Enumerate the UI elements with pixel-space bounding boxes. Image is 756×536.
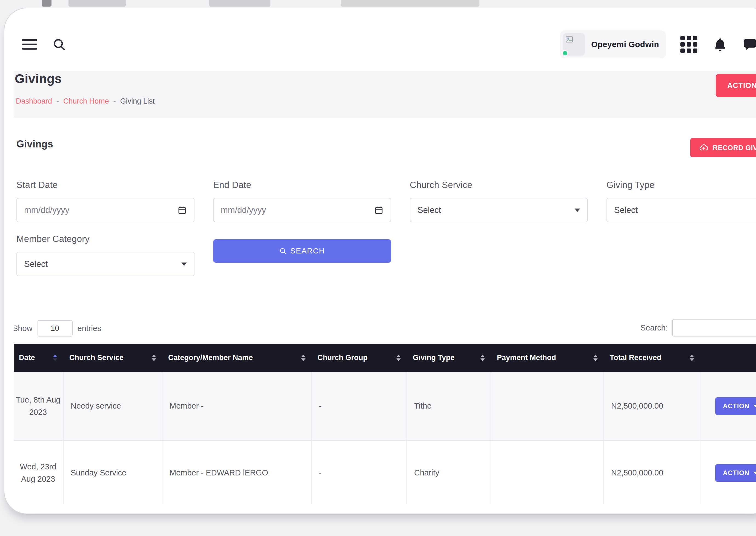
church-service-label: Church Service	[410, 180, 588, 190]
table-search-label: Search:	[641, 323, 668, 332]
column-header-giving-type[interactable]: Giving Type	[407, 344, 491, 372]
cell-total-received: N2,500,000.00	[604, 440, 700, 504]
start-date-input[interactable]: mm/dd/yyyy	[16, 198, 195, 222]
chat-icon[interactable]	[743, 37, 756, 51]
cell-church-service: Needy service	[63, 372, 162, 440]
row-action-button[interactable]: ACTION	[715, 464, 756, 482]
breadcrumb-current: Giving List	[120, 97, 155, 106]
filter-search-cell: SEARCH	[213, 234, 391, 276]
calendar-icon	[374, 206, 384, 215]
cell-giving-type: Charity	[407, 440, 491, 504]
giving-type-select[interactable]: Select	[607, 198, 756, 222]
givings-card: Givings RECORD GIVING Start Date mm/dd/y…	[14, 118, 756, 504]
filters: Start Date mm/dd/yyyy End Date mm/dd/yyy…	[16, 180, 756, 276]
cell-date: Wed, 23rd Aug 2023	[14, 440, 63, 504]
user-menu[interactable]: Opeyemi Godwin	[560, 30, 666, 58]
column-header-payment-method[interactable]: Payment Method	[491, 344, 604, 372]
user-name: Opeyemi Godwin	[591, 40, 659, 49]
browser-artifact	[209, 0, 270, 7]
avatar	[563, 33, 585, 56]
sort-asc-icon	[53, 354, 57, 361]
card-title: Givings	[16, 138, 53, 150]
top-navbar: Opeyemi Godwin	[14, 17, 756, 71]
search-button[interactable]: SEARCH	[213, 239, 391, 263]
entries-label: entries	[78, 324, 101, 333]
table-header-row: Date Church Service Category/Member Name	[14, 344, 756, 372]
member-category-select[interactable]: Select	[16, 252, 195, 276]
show-entries: Show entries	[14, 320, 101, 337]
cell-actions: ACTION	[700, 440, 756, 504]
table-controls: Show entries Search:	[14, 319, 756, 337]
breadcrumb-separator: -	[56, 97, 59, 106]
filter-member-category: Member Category Select	[16, 234, 195, 276]
givings-table-wrap: Date Church Service Category/Member Name	[14, 344, 756, 504]
entries-count-input[interactable]	[38, 320, 73, 337]
start-date-label: Start Date	[16, 180, 195, 190]
sort-icon	[593, 354, 598, 361]
show-label: Show	[14, 324, 33, 333]
breadcrumb-church-home[interactable]: Church Home	[63, 97, 109, 106]
giving-type-label: Giving Type	[607, 180, 756, 190]
page-header: Givings Dashboard - Church Home - Giving…	[14, 71, 756, 118]
cloud-upload-icon	[699, 143, 709, 152]
filter-end-date: End Date mm/dd/yyyy	[213, 180, 391, 222]
filter-start-date: Start Date mm/dd/yyyy	[16, 180, 195, 222]
cell-payment-method	[491, 372, 604, 440]
notifications-bell-icon[interactable]	[713, 37, 728, 52]
column-header-church-group[interactable]: Church Group	[311, 344, 407, 372]
sort-icon	[152, 354, 156, 361]
device-frame: Opeyemi Godwin	[4, 8, 756, 514]
cell-total-received: N2,500,000.00	[604, 372, 700, 440]
chevron-down-icon	[181, 262, 187, 266]
menu-toggle-button[interactable]	[22, 39, 37, 50]
calendar-icon	[177, 206, 187, 215]
filter-giving-type: Giving Type Select	[607, 180, 756, 222]
browser-artifact	[42, 0, 51, 7]
column-header-church-service[interactable]: Church Service	[63, 344, 162, 372]
cell-church-group: -	[311, 372, 407, 440]
cell-giving-type: Tithe	[407, 372, 491, 440]
navbar-right-group: Opeyemi Godwin	[560, 30, 756, 58]
sort-icon	[301, 354, 305, 361]
record-giving-button[interactable]: RECORD GIVING	[690, 138, 756, 157]
cell-church-service: Sunday Service	[63, 440, 162, 504]
column-header-total-received[interactable]: Total Received	[604, 344, 700, 372]
member-category-label: Member Category	[16, 234, 195, 244]
chevron-down-icon	[753, 472, 756, 474]
table-row: Wed, 23rd Aug 2023 Sunday Service Member…	[14, 440, 756, 504]
cell-payment-method	[491, 440, 604, 504]
givings-table: Date Church Service Category/Member Name	[14, 344, 756, 504]
breadcrumb-dashboard[interactable]: Dashboard	[16, 97, 52, 106]
apps-grid-icon[interactable]	[680, 36, 697, 53]
cell-church-group: -	[311, 440, 407, 504]
filter-church-service: Church Service Select	[410, 180, 588, 222]
cell-date: Tue, 8th Aug 2023	[14, 372, 63, 440]
end-date-input[interactable]: mm/dd/yyyy	[213, 198, 391, 222]
sort-icon	[481, 354, 485, 361]
browser-artifact	[341, 0, 479, 7]
table-row: Tue, 8th Aug 2023 Needy service Member -…	[14, 372, 756, 440]
search-icon[interactable]	[52, 38, 66, 51]
search-icon	[279, 248, 287, 254]
app-screen: Opeyemi Godwin	[14, 17, 756, 504]
cell-member: Member -	[162, 372, 311, 440]
breadcrumb-separator: -	[113, 97, 116, 106]
page-title: Givings	[15, 71, 756, 86]
table-search: Search:	[641, 319, 756, 337]
chevron-down-icon	[753, 405, 756, 407]
column-header-category-member-name[interactable]: Category/Member Name	[162, 344, 311, 372]
church-service-select[interactable]: Select	[410, 198, 588, 222]
breadcrumb: Dashboard - Church Home - Giving List	[16, 97, 756, 106]
card-header: Givings	[16, 138, 756, 151]
sort-icon	[690, 354, 694, 361]
cell-member: Member - EDWARD lERGO	[162, 440, 311, 504]
actions-button[interactable]: ACTIONS	[716, 74, 756, 97]
table-search-input[interactable]	[672, 319, 756, 337]
row-action-button[interactable]: ACTION	[715, 397, 756, 415]
chevron-down-icon	[575, 209, 580, 212]
end-date-label: End Date	[213, 180, 391, 190]
broken-image-icon	[565, 36, 575, 44]
column-header-date[interactable]: Date	[14, 344, 63, 372]
sort-icon	[396, 354, 401, 361]
column-header-actions	[700, 344, 756, 372]
